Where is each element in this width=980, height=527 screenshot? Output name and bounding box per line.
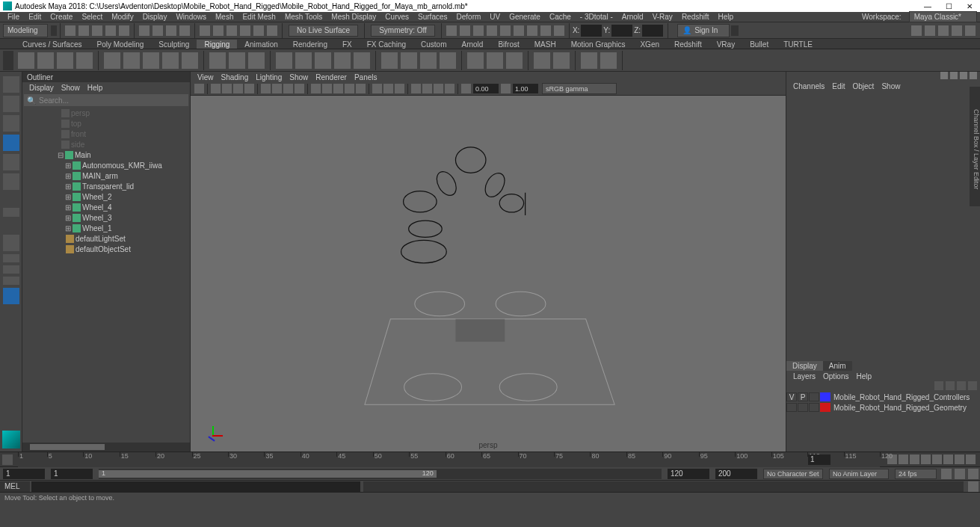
viewport-menu-view[interactable]: View — [194, 73, 218, 81]
persp-outliner-layout-icon[interactable] — [3, 288, 19, 304]
outliner-menu-show[interactable]: Show — [58, 84, 84, 92]
toggle-chan-icon[interactable] — [965, 25, 976, 36]
smooth-icon[interactable] — [322, 84, 332, 93]
menu-display[interactable]: Display — [138, 13, 172, 21]
gamma-icon[interactable] — [501, 84, 511, 93]
colorspace-selector[interactable]: sRGB gamma — [542, 83, 617, 94]
menu-redshift[interactable]: Redshift — [677, 13, 714, 21]
new-scene-icon[interactable] — [65, 25, 75, 36]
hypershade-icon[interactable] — [500, 25, 511, 36]
gamma-field[interactable]: 1.00 — [513, 84, 538, 93]
step-back-key-icon[interactable] — [899, 454, 908, 464]
render-settings-icon[interactable] — [487, 25, 497, 36]
shelf-tab-animation[interactable]: Animation — [237, 40, 285, 49]
current-time-field[interactable]: 1 — [808, 454, 830, 465]
layer-type-toggle[interactable] — [809, 392, 819, 401]
wireframe-icon[interactable] — [311, 84, 321, 93]
character-set-selector[interactable]: No Character Set — [763, 469, 823, 479]
render-region-icon[interactable] — [473, 25, 484, 36]
channel-box-side-tab[interactable]: Channel Box / Layer Editor — [970, 87, 980, 206]
shelf-button-19[interactable] — [420, 52, 437, 69]
snap-plane-icon[interactable] — [240, 25, 250, 36]
shelf-button-16[interactable] — [354, 52, 370, 69]
shelf-button-15[interactable] — [334, 52, 351, 69]
layer-type-toggle[interactable] — [809, 403, 819, 412]
workspace-selector[interactable]: Maya Classic* — [909, 11, 977, 22]
select-by-icon[interactable] — [139, 25, 150, 36]
show-lights-icon[interactable] — [411, 84, 421, 93]
panel-ico-4[interactable] — [970, 72, 977, 79]
menu-curves[interactable]: Curves — [380, 13, 413, 21]
channel-menu-edit[interactable]: Edit — [828, 82, 848, 90]
select-mode-icon[interactable] — [179, 25, 190, 36]
close-button[interactable]: ✕ — [959, 0, 980, 12]
panel-ico-2[interactable] — [950, 72, 958, 79]
shelf-tab-custom[interactable]: Custom — [413, 40, 454, 49]
loop-icon[interactable] — [941, 469, 952, 479]
shelf-button-14[interactable] — [315, 52, 331, 69]
script-editor-icon[interactable] — [968, 481, 979, 492]
xray-joint-icon[interactable] — [395, 84, 404, 93]
menu-generate[interactable]: Generate — [505, 13, 545, 21]
shelf-tab-fx[interactable]: FX — [335, 40, 360, 49]
pause-icon[interactable] — [554, 25, 564, 36]
auto-key-icon[interactable] — [955, 469, 965, 479]
layer-add-empty-icon[interactable] — [957, 381, 966, 390]
script-lang-button[interactable]: MEL — [0, 481, 30, 492]
menu-v-ray[interactable]: V-Ray — [648, 13, 677, 21]
viewport-menu-panels[interactable]: Panels — [351, 73, 381, 81]
shelf-button-11[interactable] — [248, 52, 265, 69]
shelf-button-22[interactable] — [487, 52, 503, 69]
outliner-search-input[interactable]: 🔍Search... — [24, 94, 188, 106]
anim-layer-selector[interactable]: No Anim Layer — [829, 469, 889, 479]
play-icon[interactable] — [932, 454, 942, 464]
xray-icon[interactable] — [383, 84, 393, 93]
range-slider[interactable]: 1120 — [99, 469, 662, 479]
channel-menu-object[interactable]: Object — [849, 82, 878, 90]
layer-play-toggle[interactable] — [798, 403, 808, 412]
frame-layout-icon[interactable] — [3, 235, 19, 251]
show-grid-icon[interactable] — [445, 84, 454, 93]
outliner-item[interactable]: ⊞Wheel_2 — [22, 191, 190, 202]
symmetry-button[interactable]: Symmetry: Off — [371, 25, 435, 37]
shelf-tab-mash[interactable]: MASH — [527, 40, 564, 49]
menu-surfaces[interactable]: Surfaces — [413, 13, 452, 21]
playback-start-field[interactable]: 1 — [51, 469, 93, 479]
rotate-tool[interactable] — [3, 154, 19, 170]
maximize-button[interactable]: ☐ — [938, 0, 959, 12]
snap-surface-icon[interactable] — [253, 25, 264, 36]
shelf-button-10[interactable] — [229, 52, 245, 69]
panel-ico-1[interactable] — [940, 72, 948, 79]
menu-modify[interactable]: Modify — [107, 13, 138, 21]
shelf-button-13[interactable] — [295, 52, 312, 69]
shelf-button-24[interactable] — [534, 52, 550, 69]
shelf-button-2[interactable] — [57, 52, 73, 69]
two-view-icon[interactable] — [3, 277, 19, 285]
last-tool[interactable] — [3, 208, 19, 217]
layer-menu-layers[interactable]: Layers — [789, 372, 819, 380]
single-view-icon[interactable] — [3, 254, 19, 262]
save-scene-icon[interactable] — [92, 25, 102, 36]
shelf-tab-bullet[interactable]: Bullet — [742, 40, 776, 49]
res-gate-icon[interactable] — [283, 84, 293, 93]
layer-color-swatch[interactable] — [820, 403, 830, 412]
shelf-tab-bifrost[interactable]: Bifrost — [490, 40, 526, 49]
outliner-item[interactable]: ⊞Wheel_3 — [22, 212, 190, 223]
outliner-item[interactable]: ⊞Transparent_lid — [22, 181, 190, 191]
sign-in-button[interactable]: 👤Sign In — [677, 24, 730, 37]
y-field[interactable] — [611, 25, 632, 37]
outliner-tree[interactable]: persptopfrontside⊟Main⊞Autonomous_KMR_ii… — [22, 108, 190, 443]
exposure-icon[interactable] — [461, 84, 471, 93]
panel-ico-3[interactable] — [960, 72, 967, 79]
step-back-icon[interactable] — [910, 454, 919, 464]
toggle-hud-icon[interactable] — [925, 25, 935, 36]
playblast-icon[interactable] — [540, 25, 551, 36]
menu-help[interactable]: Help — [714, 13, 739, 21]
menu-set-selector[interactable]: Modeling — [3, 24, 48, 37]
outliner-item[interactable]: ⊞Wheel_4 — [22, 202, 190, 212]
move-tool[interactable] — [3, 135, 19, 151]
bookmark-icon[interactable] — [211, 84, 221, 93]
anim-start-field[interactable]: 1 — [3, 469, 45, 479]
outliner-item[interactable]: ⊞Autonomous_KMR_iiwa — [22, 160, 190, 170]
layer-menu-help[interactable]: Help — [852, 372, 875, 380]
